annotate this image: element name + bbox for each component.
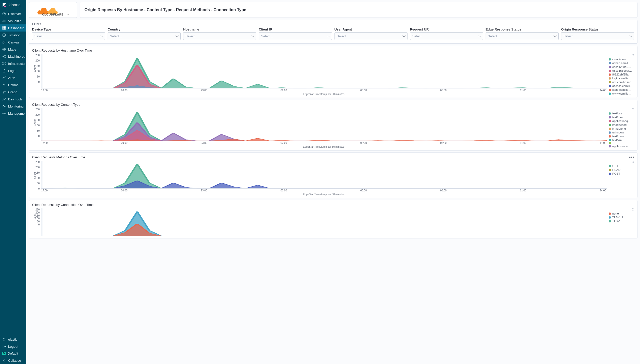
- legend-item[interactable]: f8522ebf95a…: [609, 73, 634, 77]
- sidebar-item-monitoring[interactable]: Monitoring: [0, 103, 26, 110]
- chart-plot-content[interactable]: [41, 108, 607, 141]
- legend-label: text/html: [612, 115, 623, 119]
- sidebar-item-label: Logs: [8, 69, 15, 73]
- filter-select-edge-response-status[interactable]: Select...: [486, 32, 559, 40]
- legend-label: login.camilia…: [612, 77, 631, 80]
- main-content: CLOUDFLARE R Origin Requests By Hostname…: [26, 0, 640, 364]
- panel-methods: Client Requests Methods Over Time•••Coun…: [29, 153, 637, 198]
- sidebar-item-maps[interactable]: Maps: [0, 46, 26, 53]
- chart-plot-connection[interactable]: [41, 208, 607, 236]
- filter-select-client-ip[interactable]: Select...: [259, 32, 332, 40]
- x-ticks: 17:0020:0023:0002:0005:0008:0011:0014:00: [41, 142, 607, 144]
- filter-label-origin-response-status: Origin Response Status: [561, 27, 634, 31]
- kibana-logo[interactable]: kibana: [0, 0, 26, 10]
- legend-label: admin.camili…: [612, 61, 631, 65]
- legend-label: application/j…: [612, 119, 631, 123]
- filter-select-origin-response-status[interactable]: Select...: [561, 32, 634, 40]
- legend-item[interactable]: c4ca4238a0…: [609, 65, 634, 69]
- y-axis-label: Count: [34, 172, 36, 179]
- sidebar-item-label: Logout: [8, 345, 18, 348]
- legend-item[interactable]: TLSv1.2: [609, 216, 634, 219]
- sidebar-item-label: Default: [8, 352, 18, 355]
- filter-select-request-uri[interactable]: Select...: [410, 32, 483, 40]
- chart-plot-methods[interactable]: [41, 161, 607, 189]
- sidebar-nav: DiscoverVisualizeDashboardTimelionCanvas…: [0, 10, 26, 336]
- legend-toggle-icon[interactable]: [609, 208, 634, 211]
- legend-item[interactable]: stats.camilia…: [609, 88, 634, 92]
- sidebar-item-uptime[interactable]: Uptime: [0, 81, 26, 88]
- sidebar-footer-logout[interactable]: Logout: [0, 343, 26, 350]
- sidebar-item-graph[interactable]: Graph: [0, 88, 26, 96]
- legend-item[interactable]: GET: [609, 164, 634, 168]
- sidebar-item-infrastructure[interactable]: Infrastructure: [0, 60, 26, 67]
- sidebar-footer-elastic[interactable]: elastic: [0, 336, 26, 343]
- legend-item[interactable]: text/xml: [609, 138, 634, 142]
- sidebar-item-machine-le-[interactable]: Machine Le…: [0, 53, 26, 60]
- legend-item[interactable]: camilia.me: [609, 57, 634, 61]
- legend-item[interactable]: www.camilia…: [609, 92, 634, 96]
- legend-item[interactable]: POST: [609, 172, 634, 176]
- sidebar-item-dashboard[interactable]: Dashboard: [0, 24, 26, 32]
- svg-point-16: [3, 64, 3, 65]
- svg-text:R: R: [68, 14, 68, 15]
- svg-point-12: [5, 57, 6, 58]
- legend-item[interactable]: [609, 142, 634, 144]
- svg-rect-4: [3, 26, 4, 28]
- grid-icon: [2, 26, 6, 30]
- y-axis-label: Count: [34, 214, 36, 221]
- filter-label-country: Country: [108, 27, 181, 31]
- legend-item[interactable]: application/x…: [609, 144, 634, 148]
- legend-toggle-icon[interactable]: [609, 161, 634, 164]
- legend-label: f8522ebf95a…: [612, 73, 631, 77]
- sidebar-item-canvas[interactable]: Canvas: [0, 39, 26, 46]
- y-axis: Count250200150100500: [32, 208, 41, 226]
- panel-menu-icon[interactable]: •••: [629, 155, 635, 160]
- legend-item[interactable]: TLSv1: [609, 219, 634, 223]
- legend-toggle-icon[interactable]: [609, 108, 634, 111]
- sidebar-item-label: Infrastructure: [8, 62, 26, 66]
- legend-item[interactable]: access.camili…: [609, 84, 634, 88]
- legend-label: GET: [612, 164, 618, 168]
- legend-item[interactable]: text/plain: [609, 134, 634, 138]
- filter-select-hostname[interactable]: Select...: [183, 32, 256, 40]
- panel-title: Client Requests Methods Over Time: [32, 155, 634, 159]
- legend-item[interactable]: text/css: [609, 112, 634, 115]
- legend-item[interactable]: image/jpeg: [609, 123, 634, 127]
- filter-select-device-type[interactable]: Select...: [32, 32, 105, 40]
- legend-label: net.camilia.me: [612, 80, 631, 84]
- sidebar-item-visualize[interactable]: Visualize: [0, 17, 26, 24]
- sidebar-item-management[interactable]: Management: [0, 110, 26, 117]
- legend-label: text/css: [612, 112, 622, 115]
- legend-item[interactable]: application/j…: [609, 119, 634, 123]
- panel-title: Client Requests by Connection Over Time: [32, 203, 634, 207]
- legend-item[interactable]: image/png: [609, 127, 634, 131]
- sidebar-item-timelion[interactable]: Timelion: [0, 32, 26, 39]
- legend-label: POST: [612, 172, 620, 176]
- sidebar-footer-collapse[interactable]: Collapse: [0, 357, 26, 364]
- legend-item[interactable]: net.camilia.me: [609, 80, 634, 84]
- legend-label: image/png: [612, 127, 626, 131]
- filter-select-user-agent[interactable]: Select...: [334, 32, 408, 40]
- legend-item[interactable]: c513153ecaf…: [609, 69, 634, 73]
- sidebar-item-dev-tools[interactable]: Dev Tools: [0, 96, 26, 103]
- sidebar-item-discover[interactable]: Discover: [0, 10, 26, 17]
- legend-item[interactable]: admin.camili…: [609, 61, 634, 65]
- sidebar-footer-default[interactable]: DDefault: [0, 350, 26, 357]
- legend-item[interactable]: none: [609, 212, 634, 216]
- legend-item[interactable]: text/html: [609, 115, 634, 119]
- sidebar-item-apm[interactable]: APM: [0, 74, 26, 81]
- x-axis-label: EdgeStartTimestamp per 30 minutes: [41, 145, 607, 148]
- legend-toggle-icon[interactable]: [609, 54, 634, 57]
- sidebar-item-label: Timelion: [8, 33, 21, 37]
- sidebar: kibana DiscoverVisualizeDashboardTimelio…: [0, 0, 26, 364]
- sidebar-item-logs[interactable]: Logs: [0, 67, 26, 74]
- server-icon: [2, 62, 6, 66]
- filter-select-country[interactable]: Select...: [108, 32, 181, 40]
- legend-item[interactable]: unknown: [609, 131, 634, 134]
- legend-item[interactable]: HEAD: [609, 168, 634, 172]
- legend-item[interactable]: login.camilia…: [609, 77, 634, 80]
- legend-label: HEAD: [612, 168, 620, 172]
- panel-title: Client Requests by Hostname Over Time: [32, 49, 634, 52]
- y-axis-label: Count: [34, 119, 36, 126]
- chart-plot-hostname[interactable]: [41, 54, 607, 88]
